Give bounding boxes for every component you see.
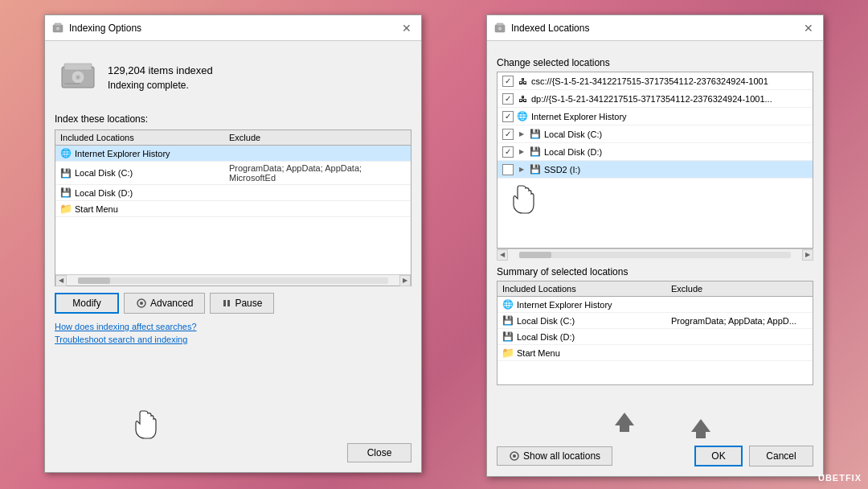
tree-row[interactable]: 🖧 csc://{S-1-5-21-3412217515-3717354112-… (497, 72, 813, 90)
hdd-icon (60, 167, 72, 179)
net-icon-2: 🖧 (517, 93, 528, 105)
folder-icon (60, 203, 72, 215)
checkbox-4[interactable] (502, 129, 514, 140)
svg-point-19 (513, 454, 516, 458)
checkbox-1[interactable] (502, 76, 514, 87)
hdd-icon-d (530, 146, 541, 158)
locations-table: Included Locations Exclude Internet Expl… (55, 129, 411, 286)
index-status: Indexing complete. (108, 80, 213, 91)
expand-c[interactable]: ▶ (517, 129, 526, 139)
how-does-indexing-link[interactable]: How does indexing affect searches? (55, 322, 411, 331)
info-section: 129,204 items indexed Indexing complete. (55, 51, 411, 104)
svg-point-8 (77, 76, 79, 78)
summary-body: Internet Explorer History Local Disk (C:… (497, 297, 813, 361)
info-text: 129,204 items indexed Indexing complete. (108, 64, 213, 91)
indexed-title-bar: Indexed Locations ✕ (487, 15, 823, 41)
indexed-title-text: Indexed Locations (511, 23, 589, 34)
table-row[interactable]: Internet Explorer History (55, 146, 411, 162)
hdd-icon-i (530, 164, 541, 175)
svg-rect-13 (227, 300, 230, 306)
tree-row-ssd2[interactable]: ▶ SSD2 (I:) (497, 161, 813, 179)
svg-rect-9 (64, 83, 80, 84)
indexed-bottom-buttons: Show all locations OK Cancel (487, 446, 823, 466)
scroll-left[interactable]: ◀ (55, 275, 67, 286)
summary-row: Internet Explorer History (497, 297, 813, 313)
ie-icon-summary (502, 299, 514, 310)
show-all-locations-button[interactable]: Show all locations (497, 446, 612, 466)
indexing-title-bar: Indexing Options ✕ (45, 15, 421, 41)
change-selected-label: Change selected locations (497, 57, 813, 68)
ie-icon-tree (517, 111, 528, 122)
modify-button[interactable]: Modify (55, 293, 119, 314)
indexing-title-icon (51, 22, 64, 35)
advanced-button[interactable]: Advanced (124, 293, 205, 314)
locations-tree: 🖧 csc://{S-1-5-21-3412217515-3717354112-… (497, 72, 813, 249)
svg-rect-12 (223, 300, 226, 306)
checkbox-3[interactable] (502, 111, 514, 122)
indexed-close-btn[interactable]: ✕ (800, 20, 817, 36)
expand-d[interactable]: ▶ (517, 147, 526, 157)
net-icon-1: 🖧 (517, 76, 528, 87)
checkbox-5[interactable] (502, 146, 514, 158)
tree-scroll-track (519, 252, 791, 258)
close-button[interactable]: Close (347, 443, 411, 462)
pause-button[interactable]: Pause (210, 293, 274, 314)
table-row[interactable]: Local Disk (C:) ProgramData; AppData; Ap… (55, 162, 411, 185)
tree-scroll-right[interactable]: ▶ (802, 249, 813, 261)
col-exclude-header: Exclude (229, 133, 406, 142)
troubleshoot-link[interactable]: Troubleshoot search and indexing (55, 335, 411, 344)
button-row: Modify Advanced Pause (55, 293, 411, 314)
indexing-options-window: Indexing Options ✕ 129,204 items indexed… (44, 14, 422, 473)
folder-icon-summary (502, 347, 514, 359)
cancel-button[interactable]: Cancel (749, 446, 813, 466)
ie-icon (60, 148, 72, 159)
hdd-icon-summary-c (502, 315, 514, 327)
svg-point-11 (140, 302, 143, 305)
summary-row: Local Disk (C:) ProgramData; AppData; Ap… (497, 313, 813, 329)
indexed-locations-window: Indexed Locations ✕ Change selected loca… (486, 14, 824, 477)
expand-i[interactable]: ▶ (517, 165, 526, 175)
summary-table: Included Locations Exclude Internet Expl… (497, 281, 813, 385)
table-body: Internet Explorer History Local Disk (C:… (55, 146, 411, 274)
ok-button[interactable]: OK (694, 446, 743, 466)
tree-row[interactable]: 🖧 dp://{S-1-5-21-3412217515-3717354112-2… (497, 90, 813, 108)
table-row[interactable]: Local Disk (D:) (55, 185, 411, 201)
tree-row[interactable]: Internet Explorer History (497, 108, 813, 125)
svg-rect-5 (64, 64, 92, 70)
tree-hscrollbar[interactable]: ◀ ▶ (497, 249, 813, 260)
summary-row: Start Menu (497, 345, 813, 361)
show-all-icon (509, 450, 520, 462)
close-bottom: Close (347, 443, 411, 462)
hdd-icon (60, 187, 72, 199)
summary-label: Summary of selected locations (497, 266, 813, 277)
scroll-right[interactable]: ▶ (399, 275, 411, 286)
table-row[interactable]: Start Menu (55, 201, 411, 217)
indexed-content: Change selected locations 🖧 csc://{S-1-5… (487, 41, 823, 395)
summary-section: Summary of selected locations Included L… (497, 266, 813, 385)
scroll-track (78, 277, 388, 284)
advanced-icon (136, 298, 147, 309)
pause-icon (222, 298, 231, 308)
horizontal-scrollbar[interactable]: ◀ ▶ (55, 274, 411, 286)
checkbox-2[interactable] (502, 93, 514, 105)
table-header: Included Locations Exclude (55, 130, 411, 146)
summary-exclude-header: Exclude (671, 284, 808, 294)
tree-row[interactable]: ▶ Local Disk (C:) (497, 125, 813, 143)
summary-included-header: Included Locations (502, 284, 671, 294)
svg-point-17 (499, 27, 501, 29)
item-count: 129,204 items indexed (108, 64, 213, 76)
arrow-show-all (612, 409, 637, 438)
svg-point-3 (57, 27, 59, 29)
tree-scroll-left[interactable]: ◀ (497, 249, 508, 261)
svg-rect-15 (497, 23, 503, 26)
tree-scroll-thumb[interactable] (519, 252, 551, 258)
svg-marker-21 (691, 419, 710, 438)
tree-row[interactable]: ▶ Local Disk (D:) (497, 143, 813, 161)
svg-marker-20 (615, 413, 634, 432)
hdd-icon-summary-d (502, 331, 514, 343)
links-section: How does indexing affect searches? Troub… (55, 322, 411, 344)
indexing-close-btn[interactable]: ✕ (399, 20, 415, 36)
scroll-thumb[interactable] (78, 277, 110, 284)
indexed-title-icon (493, 22, 506, 35)
checkbox-6[interactable] (502, 164, 514, 175)
